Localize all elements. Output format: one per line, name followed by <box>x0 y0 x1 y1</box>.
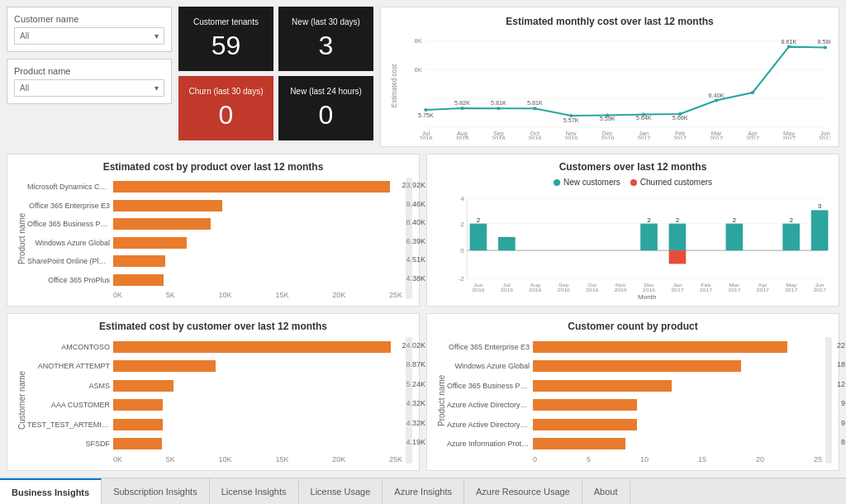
x-tick: 20K <box>332 455 345 464</box>
svg-text:2: 2 <box>460 221 463 227</box>
bar-fill <box>113 380 173 392</box>
bar-name: TEST_TEST_ARTEMISCLEN... <box>27 421 110 429</box>
product-filter-select[interactable]: All ▾ <box>14 79 164 97</box>
svg-point-15 <box>715 99 718 102</box>
bar-name: Office 365 Business Premium <box>447 382 530 390</box>
svg-text:4: 4 <box>460 196 463 202</box>
bar-fill <box>533 380 672 392</box>
svg-text:2016: 2016 <box>529 287 542 292</box>
svg-text:2016: 2016 <box>586 287 599 292</box>
svg-text:2: 2 <box>733 216 736 223</box>
bar-track: 4.32K <box>113 399 402 411</box>
kpi-tiles: Customer tenants 59 New (last 30 days) 3… <box>178 7 373 147</box>
svg-text:5.81K: 5.81K <box>491 100 506 106</box>
bar-fill <box>113 237 187 249</box>
svg-text:Month: Month <box>638 293 656 299</box>
bar-name: SharePoint Online (Plan 1) <box>27 257 110 265</box>
customer-filter-select[interactable]: All ▾ <box>14 27 164 45</box>
svg-text:2017: 2017 <box>757 287 770 292</box>
bar-row: Office 365 Enterprise E3 9.46K <box>27 200 402 212</box>
cost-by-product-y-label: Product name <box>14 178 27 299</box>
svg-text:2016: 2016 <box>501 287 514 292</box>
x-tick: 15K <box>275 291 288 299</box>
svg-text:2016: 2016 <box>455 136 468 140</box>
bar-fill <box>533 419 637 430</box>
bar-track: 8.40K <box>113 218 402 230</box>
cost-by-customer-bars: AMCONTOSO 24.02K ANOTHER ATTEMPT 8.87K A… <box>27 337 402 454</box>
svg-text:2: 2 <box>647 216 650 223</box>
svg-rect-63 <box>470 224 487 250</box>
bar-row: Azure Information Protectio... 8 <box>447 438 822 449</box>
tab-bar: Business InsightsSubscription InsightsLi… <box>0 478 846 504</box>
bar-track: 5.24K <box>113 380 402 392</box>
kpi-churn-30: Churn (last 30 days) 0 <box>178 76 273 140</box>
bar-name: Office 365 ProPlus <box>27 276 110 284</box>
svg-rect-68 <box>669 224 687 250</box>
bar-fill <box>113 274 164 286</box>
svg-text:5.59K: 5.59K <box>600 116 615 121</box>
line-chart-svg: Estimated cost 8K 6K <box>389 32 830 140</box>
tab-license-insights[interactable]: License Insights <box>210 478 299 504</box>
scrollbar-right-3[interactable] <box>825 337 832 464</box>
tab-business-insights[interactable]: Business Insights <box>0 478 102 504</box>
tab-about[interactable]: About <box>582 478 630 504</box>
svg-point-8 <box>460 107 463 110</box>
bar-track: 12 <box>533 380 822 392</box>
kpi-churn30-value: 0 <box>219 100 234 131</box>
legend-new: New customers <box>554 178 620 187</box>
svg-text:0: 0 <box>460 248 463 254</box>
scrollbar-right[interactable] <box>406 178 412 299</box>
bar-name: SFSDF <box>27 440 110 448</box>
bar-value: 18 <box>837 360 845 368</box>
bar-track: 4.38K <box>113 274 402 286</box>
bar-track: 9 <box>533 399 822 411</box>
customer-count-bars: Office 365 Enterprise E3 22 Windows Azur… <box>447 337 822 454</box>
tab-azure-resource-usage[interactable]: Azure Resource Usage <box>464 478 582 504</box>
bar-fill <box>113 200 222 212</box>
x-tick: 25 <box>814 455 822 464</box>
bar-name: Azure Active Directory Basic <box>447 401 530 409</box>
svg-text:Estimated cost: Estimated cost <box>389 64 398 107</box>
bar-fill <box>113 399 163 411</box>
bar-track: 9.46K <box>113 200 402 212</box>
svg-text:8K: 8K <box>415 37 423 45</box>
x-tick: 20K <box>332 291 345 299</box>
bar-fill <box>113 181 390 193</box>
svg-text:5.57K: 5.57K <box>563 117 579 123</box>
scrollbar-right-2[interactable] <box>406 337 412 464</box>
x-tick: 25K <box>389 455 402 464</box>
bar-track: 4.51K <box>113 255 402 267</box>
svg-text:6K: 6K <box>415 66 423 74</box>
x-tick: 25K <box>389 291 402 299</box>
svg-rect-70 <box>669 250 687 264</box>
legend-new-dot <box>554 179 560 186</box>
kpi-new30-value: 3 <box>319 31 334 61</box>
svg-text:2017: 2017 <box>637 136 650 140</box>
svg-rect-71 <box>725 224 743 250</box>
product-filter-label: Product name <box>14 66 164 76</box>
customers-chart-body: 4 2 0 -2 2 <box>434 190 832 299</box>
x-tick: 0K <box>113 291 122 299</box>
bar-track: 23.92K <box>113 181 402 193</box>
svg-rect-65 <box>498 237 516 250</box>
kpi-new24h-label: New (last 24 hours) <box>290 87 362 97</box>
svg-text:2016: 2016 <box>564 136 577 140</box>
tab-azure-insights[interactable]: Azure Insights <box>383 478 464 504</box>
kpi-customer-tenants: Customer tenants 59 <box>178 7 273 71</box>
tab-subscription-insights[interactable]: Subscription Insights <box>102 478 210 504</box>
cost-by-product-title: Estimated cost by product over last 12 m… <box>14 161 412 173</box>
bar-value: 9 <box>841 399 845 407</box>
svg-text:2: 2 <box>477 216 480 223</box>
bar-row: Windows Azure Global 18 <box>447 360 822 372</box>
kpi-row-1: Customer tenants 59 New (last 30 days) 3 <box>178 7 373 71</box>
svg-text:2: 2 <box>789 216 792 223</box>
svg-rect-66 <box>640 224 658 250</box>
x-tick: 5 <box>587 455 591 464</box>
svg-text:2017: 2017 <box>746 136 759 140</box>
x-tick: 10K <box>219 291 232 299</box>
svg-text:2017: 2017 <box>819 136 830 140</box>
bar-row: Office 365 ProPlus 4.38K <box>27 274 402 286</box>
tab-license-usage[interactable]: License Usage <box>299 478 383 504</box>
bar-track: 8 <box>533 438 822 449</box>
bar-track: 22 <box>533 341 822 353</box>
